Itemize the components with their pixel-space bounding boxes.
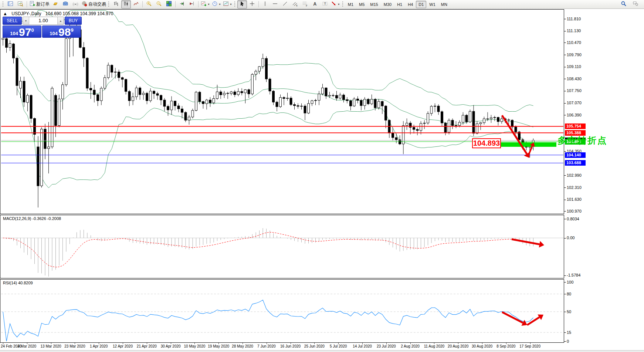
- toolbar-grip: [108, 1, 109, 7]
- buy-button[interactable]: BUY: [65, 17, 82, 25]
- tf-button-m5[interactable]: M5: [356, 1, 367, 8]
- dropdown-caret-icon[interactable]: ▼: [230, 3, 232, 6]
- tf-button-m15[interactable]: M15: [367, 1, 380, 8]
- vertical-line-button[interactable]: [260, 0, 270, 9]
- svg-text:T: T: [324, 2, 326, 6]
- price-annotation-box[interactable]: 104.893: [472, 138, 501, 148]
- gold-button[interactable]: [51, 0, 60, 9]
- date-label: 19 May 2020: [208, 344, 229, 348]
- price-tick-label: 102.990: [567, 173, 582, 177]
- autotrade-button[interactable]: 自动交易: [81, 0, 107, 9]
- chart-shift-icon: [189, 1, 195, 8]
- volume-value[interactable]: 1.00: [29, 17, 57, 24]
- zoom-out-button[interactable]: [154, 0, 164, 9]
- buy-price-display[interactable]: 104 98 9: [42, 26, 81, 38]
- fibonacci-button[interactable]: F: [300, 0, 310, 9]
- tf-button-d1[interactable]: D1: [416, 1, 426, 8]
- one-click-trading-panel: SELL ▼ 1.00 ▲ BUY 104 97 0 104 98 9: [3, 17, 82, 38]
- dropdown-caret-icon[interactable]: ▼: [207, 3, 210, 6]
- search-button[interactable]: [619, 0, 628, 9]
- sell-button[interactable]: SELL: [3, 17, 22, 25]
- price-level-chip: 105.754: [565, 123, 586, 129]
- vertical-line-icon: [262, 1, 268, 8]
- line-chart-button[interactable]: [131, 0, 141, 9]
- news-icon: [72, 1, 78, 8]
- price-tick-mark: [564, 151, 566, 152]
- line-chart-icon: [133, 1, 139, 8]
- tf-button-h4[interactable]: H4: [405, 1, 416, 8]
- tf-button-mn[interactable]: MN: [438, 1, 450, 8]
- mailbox-button[interactable]: [61, 0, 70, 9]
- tf-button-m1[interactable]: M1: [345, 1, 356, 8]
- zoom-in-button[interactable]: [144, 0, 154, 9]
- rsi-tick-label: 50: [567, 309, 571, 314]
- status-strip: [0, 350, 644, 352]
- price-tick-mark: [564, 211, 566, 211]
- horizontal-line-icon: [272, 1, 278, 8]
- date-label: 23 Mar 2020: [64, 344, 85, 348]
- crosshair-icon: [249, 1, 255, 8]
- volume-decrease-button[interactable]: ▼: [23, 17, 29, 24]
- volume-increase-button[interactable]: ▲: [57, 17, 64, 24]
- periods-button[interactable]: ▼: [211, 0, 222, 9]
- rsi-tick-label: 15: [567, 330, 571, 335]
- chart-shift-button[interactable]: [187, 0, 197, 9]
- price-tick-mark: [564, 79, 566, 79]
- rsi-tick-mark: [564, 294, 566, 294]
- price-tick-label: 107.070: [567, 101, 582, 105]
- crosshair-button[interactable]: [247, 0, 257, 9]
- text-label-button[interactable]: T: [320, 0, 330, 9]
- trendline-button[interactable]: [280, 0, 290, 9]
- new-order-button[interactable]: 新订单: [28, 0, 50, 9]
- news-button[interactable]: [71, 0, 80, 9]
- cursor-button[interactable]: [237, 0, 247, 9]
- tf-button-m30[interactable]: M30: [381, 1, 394, 8]
- mailbox-icon: [62, 1, 68, 8]
- date-label: 1 Apr 2020: [90, 344, 108, 348]
- date-label: 8 Sep 2020: [496, 344, 515, 348]
- zoom-out-icon: [156, 1, 162, 8]
- channel-button[interactable]: E: [290, 0, 300, 9]
- text-button[interactable]: A: [310, 0, 320, 9]
- pivot-annotation-text[interactable]: 多空转折点: [557, 135, 607, 146]
- periods-icon: [212, 1, 218, 8]
- bar-chart-button[interactable]: [111, 0, 121, 9]
- rsi-tick-label: 0: [567, 339, 569, 343]
- macd-tick-label: -1.5784: [567, 273, 580, 277]
- price-level-chip: 104.140: [565, 152, 586, 158]
- dropdown-caret-icon[interactable]: ▼: [338, 3, 340, 6]
- profile-search-button[interactable]: [16, 0, 25, 9]
- trendline-icon: [282, 1, 288, 8]
- dropdown-caret-icon[interactable]: ▼: [218, 3, 221, 6]
- profile-search-icon: [17, 1, 23, 8]
- price-tick-mark: [564, 55, 566, 55]
- arrows-button[interactable]: ▼: [330, 0, 341, 9]
- auto-scroll-button[interactable]: [177, 0, 187, 9]
- templates-button[interactable]: ▼: [222, 0, 233, 9]
- chart-title: ▲ USDJPY-,Daily 104.690 105.068 104.399 …: [3, 11, 113, 16]
- chat-button[interactable]: [631, 0, 640, 9]
- rsi-tick-mark: [564, 282, 566, 282]
- tf-button-h1[interactable]: H1: [394, 1, 405, 8]
- zoom-in-icon: [146, 1, 152, 8]
- rsi-panel[interactable]: [0, 279, 564, 343]
- indicators-button[interactable]: ▼: [200, 0, 211, 9]
- collapse-icon[interactable]: ▲: [3, 11, 7, 16]
- macd-panel[interactable]: [0, 215, 564, 278]
- date-label: 30 Apr 2020: [161, 344, 181, 348]
- macd-tick-label: 0.8034: [567, 217, 579, 221]
- gold-icon: [52, 1, 58, 8]
- candlestick-chart-button[interactable]: [121, 0, 131, 9]
- price-tick-label: 111.130: [567, 28, 581, 33]
- tile-windows-button[interactable]: [164, 0, 174, 9]
- horizontal-line-button[interactable]: [270, 0, 280, 9]
- sell-price-display[interactable]: 104 97 0: [3, 26, 41, 38]
- new-order-icon: [29, 1, 35, 8]
- toolbar: 新订单自动交易▼▼▼EFAT▼M1M5M15M30H1H4D1W1MN: [0, 0, 644, 9]
- toolbar-right-icons: [619, 0, 643, 9]
- chart-window-button[interactable]: [6, 0, 15, 9]
- tf-button-w1[interactable]: W1: [427, 1, 438, 8]
- main-chart-panel[interactable]: [0, 9, 564, 214]
- price-tick-label: 102.310: [567, 185, 582, 190]
- date-label: 28 May 2020: [232, 344, 253, 348]
